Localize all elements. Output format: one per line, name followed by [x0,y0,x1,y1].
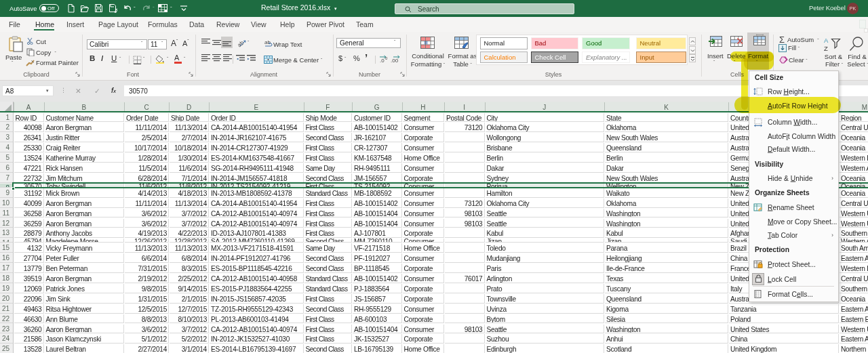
svg-text:0: 0 [385,56,388,60]
svg-text:.00: .00 [391,58,399,63]
svg-text:ab: ab [264,39,271,45]
svg-text:A: A [824,37,829,44]
svg-text:ab: ab [237,39,245,47]
svg-text:.0: .0 [380,58,384,63]
svg-text:Z: Z [824,45,828,52]
